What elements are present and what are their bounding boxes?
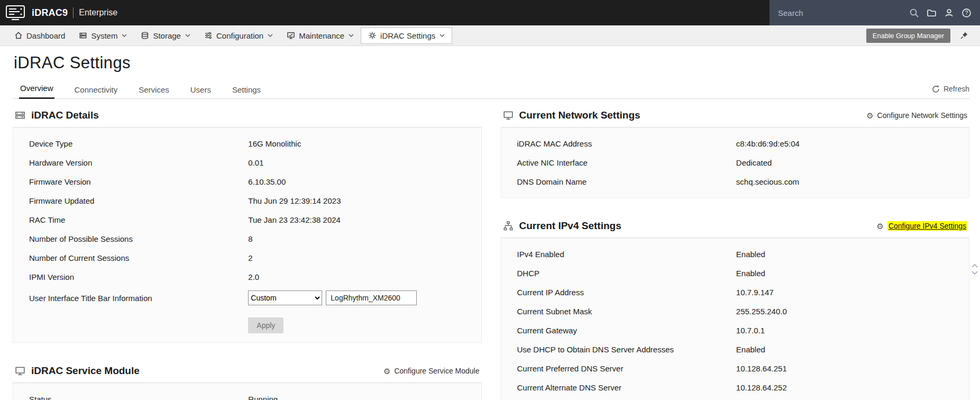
refresh-icon: [932, 85, 940, 93]
nav-item-configuration[interactable]: Configuration: [197, 28, 280, 43]
configure-link-label: Configure Service Module: [394, 367, 479, 375]
nav-item-label: System: [91, 31, 117, 40]
configure-service-module-link[interactable]: ⚙ Configure Service Module: [383, 367, 480, 375]
title-bar-mode-select[interactable]: Custom: [248, 290, 322, 305]
brand-edition: Enterprise: [79, 8, 117, 17]
nav-item-maintenance[interactable]: Maintenance: [280, 28, 361, 43]
row-value: 10.128.64.251: [736, 364, 969, 373]
refresh-button[interactable]: Refresh: [932, 85, 969, 98]
monitor-icon: [503, 110, 514, 121]
apply-button[interactable]: Apply: [248, 317, 283, 333]
pin-icon[interactable]: [960, 31, 968, 40]
nav-item-idrac-settings[interactable]: iDRAC Settings: [361, 28, 452, 44]
svg-text:?: ?: [965, 10, 968, 16]
detail-row: Number of Current Sessions 2: [13, 248, 481, 267]
row-value: 8: [248, 234, 481, 243]
network-tree-icon: [503, 221, 514, 231]
detail-row: Number of Possible Sessions 8: [13, 229, 481, 248]
server-icon: [79, 31, 87, 40]
row-value: 255.255.240.0: [736, 307, 969, 316]
row-label: RAC Time: [29, 215, 248, 224]
home-icon: [14, 31, 23, 40]
chevron-down-icon: [439, 34, 445, 37]
detail-row: iDRAC MAC Address c8:4b:d6:9d:e5:04: [501, 134, 969, 153]
idrac-details-rows: Device Type 16G Monolithic Hardware Vers…: [13, 134, 481, 286]
chevron-down-icon: [349, 34, 354, 37]
chevron-down-icon: [185, 34, 190, 37]
tab-bar: Overview Connectivity Services Users Set…: [13, 79, 969, 99]
main-nav-bar: Dashboard System Storage: [0, 25, 980, 46]
tab-settings[interactable]: Settings: [231, 80, 262, 99]
row-value: Tue Jan 23 23:42:38 2024: [248, 215, 481, 224]
scroll-down-icon[interactable]: [971, 270, 978, 275]
panel-idrac-details: iDRAC Details Device Type 16G Monolithic: [13, 101, 482, 343]
row-label: Firmware Updated: [29, 196, 248, 205]
configure-network-settings-link[interactable]: ⚙ Configure Network Settings: [866, 111, 967, 120]
title-bar-text-input[interactable]: [326, 290, 417, 305]
gear-icon: ⚙: [876, 222, 883, 230]
detail-row: DHCP Enabled: [501, 263, 969, 283]
panel-title: Current Network Settings: [519, 110, 640, 121]
user-icon[interactable]: [944, 8, 954, 18]
configure-link-label-highlighted: Configure IPv4 Settings: [887, 221, 967, 231]
database-icon: [141, 31, 149, 40]
detail-row: Use DHCP to Obtain DNS Server Addresses …: [501, 340, 969, 359]
row-label: IPv4 Enabled: [517, 250, 736, 259]
row-value: schq.secious.com: [736, 177, 969, 186]
panel-network-settings: Current Network Settings ⚙ Configure Net…: [501, 101, 970, 198]
title-bar-info-row: User Interface Title Bar Information Cus…: [13, 286, 481, 310]
service-module-rows: Status Running: [13, 389, 481, 400]
detail-row: IPMI Version 2.0: [13, 267, 481, 286]
page-content: iDRAC Settings Overview Connectivity Ser…: [0, 53, 980, 400]
nav-item-label: Maintenance: [299, 31, 344, 40]
idrac-logo-icon: [5, 4, 25, 21]
gear-icon: ⚙: [866, 112, 873, 120]
tab-overview[interactable]: Overview: [19, 79, 54, 99]
row-label: Number of Current Sessions: [29, 253, 248, 262]
row-label: iDRAC MAC Address: [517, 139, 736, 148]
row-label: DHCP: [517, 269, 736, 278]
detail-row: Current Preferred DNS Server 10.128.64.2…: [501, 359, 969, 378]
help-icon[interactable]: ?: [961, 8, 972, 18]
enable-group-manager-button[interactable]: Enable Group Manager: [866, 29, 950, 43]
search-icon[interactable]: [909, 8, 919, 18]
tab-services[interactable]: Services: [138, 80, 170, 99]
row-value: 2: [248, 253, 481, 262]
nav-item-label: Dashboard: [26, 31, 65, 40]
server-details-icon: [15, 110, 25, 121]
row-label: IPMI Version: [29, 272, 248, 281]
row-value: c8:4b:d6:9d:e5:04: [736, 139, 969, 148]
configure-ipv4-settings-link[interactable]: ⚙ Configure IPv4 Settings: [876, 221, 967, 231]
row-label: Active NIC Interface: [517, 158, 736, 167]
row-value: Running: [248, 395, 481, 400]
brand-area: iDRAC9 Enterprise: [0, 0, 770, 25]
row-value: 2.0: [248, 272, 481, 281]
chevron-down-icon: [268, 34, 273, 37]
brand-name: iDRAC9: [32, 7, 68, 19]
row-value: 10.7.0.1: [736, 326, 969, 335]
left-column: iDRAC Details Device Type 16G Monolithic: [13, 101, 482, 400]
nav-item-system[interactable]: System: [72, 28, 134, 43]
row-label: Current Preferred DNS Server: [517, 364, 736, 373]
row-label: Use DHCP to Obtain DNS Server Addresses: [517, 345, 736, 354]
monitor-tools-icon: [287, 31, 295, 40]
row-label: Current Gateway: [517, 326, 736, 335]
row-label: Current IP Address: [517, 288, 736, 297]
nav-item-dashboard[interactable]: Dashboard: [7, 28, 72, 43]
row-label: Device Type: [29, 139, 248, 148]
nav-item-storage[interactable]: Storage: [134, 28, 197, 43]
row-label: DNS Domain Name: [517, 177, 736, 186]
tab-users[interactable]: Users: [189, 80, 212, 99]
panel-title: iDRAC Details: [31, 110, 99, 121]
detail-row: RAC Time Tue Jan 23 23:42:38 2024: [13, 210, 481, 229]
detail-row: Active NIC Interface Dedicated: [501, 153, 969, 172]
apply-row: Apply: [13, 315, 481, 336]
row-value: Enabled: [736, 269, 969, 278]
refresh-label: Refresh: [944, 85, 969, 93]
folder-icon[interactable]: [927, 8, 937, 18]
tab-connectivity[interactable]: Connectivity: [74, 80, 119, 99]
search-input[interactable]: [778, 8, 902, 17]
row-value: Enabled: [736, 250, 969, 259]
nav-item-label: iDRAC Settings: [380, 31, 435, 40]
scroll-up-icon[interactable]: [971, 263, 978, 268]
